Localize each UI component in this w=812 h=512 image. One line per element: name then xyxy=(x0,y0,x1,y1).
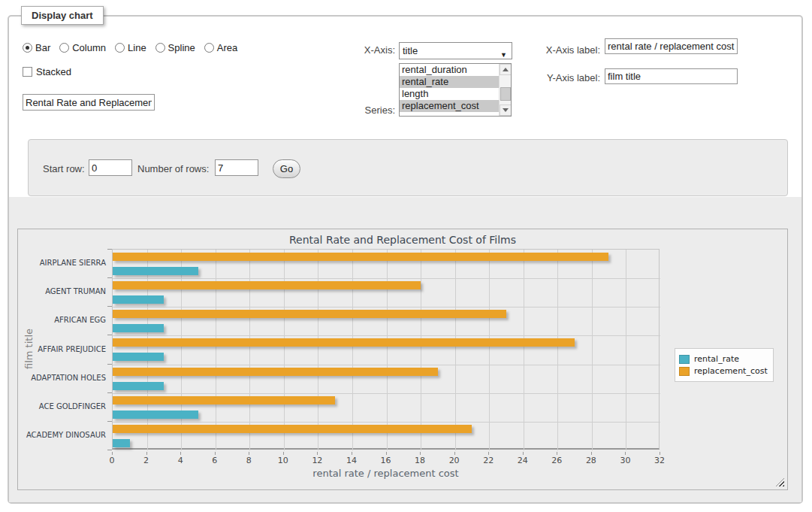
x-axis-tick-label: 0 xyxy=(110,456,115,465)
x-axis-label-input[interactable] xyxy=(605,38,738,54)
x-axis-tick-label: 28 xyxy=(586,456,596,465)
bar-replacement-cost[interactable] xyxy=(113,338,575,347)
series-listbox-scrollbar[interactable] xyxy=(499,64,511,116)
x-axis-tick xyxy=(557,452,557,455)
bar-rental-rate[interactable] xyxy=(113,411,198,419)
gridline-vertical xyxy=(592,250,593,450)
bar-rental-rate[interactable] xyxy=(113,382,164,390)
y-axis-tick xyxy=(107,335,112,335)
series-select-label: Series: xyxy=(320,105,395,116)
x-axis-tick xyxy=(591,452,592,455)
category-label: AFRICAN EGG xyxy=(18,316,106,324)
gridline-horizontal xyxy=(113,278,660,279)
y-axis-tick xyxy=(107,277,112,278)
chart-legend: rental_ratereplacement_cost xyxy=(675,348,774,382)
radio-label-column: Column xyxy=(72,42,106,53)
gridline-vertical xyxy=(421,250,421,450)
radio-option-spline[interactable]: Spline xyxy=(155,42,195,53)
category-label: ACADEMY DINOSAUR xyxy=(18,431,106,439)
legend-entry: replacement_cost xyxy=(679,366,768,376)
x-axis-tick xyxy=(523,452,524,455)
x-axis-tick-label: 30 xyxy=(620,456,630,465)
stacked-checkbox[interactable] xyxy=(23,67,32,77)
go-button[interactable]: Go xyxy=(273,159,300,178)
series-option-rental_rate[interactable]: rental_rate xyxy=(400,76,499,88)
bar-replacement-cost[interactable] xyxy=(113,253,608,261)
radio-bar-icon[interactable] xyxy=(23,43,32,53)
gridline-horizontal xyxy=(113,365,660,365)
x-axis-tick-label: 4 xyxy=(178,456,183,465)
x-axis-tick-label: 8 xyxy=(246,456,252,465)
y-axis-tick xyxy=(107,364,112,365)
radio-option-column[interactable]: Column xyxy=(59,42,106,53)
resize-handle-icon[interactable] xyxy=(776,478,784,486)
x-axis-tick-label: 14 xyxy=(346,456,357,465)
stacked-option[interactable]: Stacked xyxy=(23,66,71,77)
radio-option-line[interactable]: Line xyxy=(115,42,146,53)
x-axis-select-label: X-Axis: xyxy=(320,44,395,56)
category-label: AIRPLANE SIERRA xyxy=(18,259,106,267)
x-axis-tick xyxy=(660,452,660,455)
series-option-length[interactable]: length xyxy=(400,88,499,100)
series-option-rental_duration[interactable]: rental_duration xyxy=(400,64,499,76)
radio-column-icon[interactable] xyxy=(59,43,69,53)
series-listbox-items: rental_durationrental_ratelengthreplacem… xyxy=(400,64,511,112)
y-axis-tick xyxy=(107,306,112,307)
x-axis-tick-label: 22 xyxy=(483,456,494,465)
gridline-vertical xyxy=(249,250,250,450)
chart-plot-area xyxy=(112,249,660,450)
series-option-replacement_cost[interactable]: replacement_cost xyxy=(400,100,499,112)
x-axis-tick xyxy=(317,452,318,455)
x-axis-tick xyxy=(386,452,387,455)
bar-rental-rate[interactable] xyxy=(113,353,164,361)
bar-replacement-cost[interactable] xyxy=(113,368,438,376)
radio-label-area: Area xyxy=(217,42,237,53)
x-axis-tick-label: 2 xyxy=(143,456,149,465)
chart-container: Rental Rate and Replacement Cost of Film… xyxy=(17,229,788,490)
x-axis-tick xyxy=(420,452,421,455)
number-of-rows-input[interactable] xyxy=(215,159,258,176)
radio-option-bar[interactable]: Bar xyxy=(23,42,50,53)
x-axis-tick xyxy=(215,452,216,455)
bar-rental-rate[interactable] xyxy=(113,324,164,332)
series-listbox[interactable]: rental_durationrental_ratelengthreplacem… xyxy=(399,63,512,117)
x-axis-tick xyxy=(454,452,455,455)
bar-replacement-cost[interactable] xyxy=(113,396,335,404)
gridline-vertical xyxy=(318,250,318,450)
bar-replacement-cost[interactable] xyxy=(113,425,472,433)
scroll-up-icon[interactable] xyxy=(500,64,512,75)
bar-replacement-cost[interactable] xyxy=(113,310,506,318)
gridline-vertical xyxy=(284,250,285,450)
legend-label-rental_rate: rental_rate xyxy=(694,354,739,364)
x-axis-tick xyxy=(283,452,284,455)
x-axis-label-label: X-Axis label: xyxy=(525,44,600,56)
x-axis-tick-label: 26 xyxy=(551,456,562,465)
bar-rental-rate[interactable] xyxy=(113,267,198,275)
radio-option-area[interactable]: Area xyxy=(204,42,237,53)
y-axis-label-input[interactable] xyxy=(605,68,738,84)
panel-title: Display chart xyxy=(21,6,104,25)
scroll-down-icon[interactable] xyxy=(500,105,512,116)
y-axis-tick xyxy=(107,421,112,422)
radio-spline-icon[interactable] xyxy=(155,43,165,53)
chart-title-input[interactable] xyxy=(23,94,155,111)
gridline-vertical xyxy=(181,250,182,450)
x-axis-tick-label: 6 xyxy=(212,456,217,465)
y-axis-tick xyxy=(107,450,112,450)
gridline-horizontal xyxy=(113,335,660,336)
legend-label-replacement_cost: replacement_cost xyxy=(694,366,768,376)
bar-rental-rate[interactable] xyxy=(113,439,130,447)
start-row-input[interactable] xyxy=(89,159,132,176)
chevron-down-icon: ▼ xyxy=(500,47,507,63)
radio-area-icon[interactable] xyxy=(204,43,214,53)
x-axis-tick xyxy=(146,452,147,455)
scrollbar-thumb[interactable] xyxy=(500,87,511,101)
x-axis-tick xyxy=(112,452,113,455)
bar-rental-rate[interactable] xyxy=(113,295,164,304)
x-axis-tick-label: 10 xyxy=(278,456,288,465)
x-axis-select[interactable]: title ▼ xyxy=(399,42,512,59)
bar-replacement-cost[interactable] xyxy=(113,281,421,289)
x-axis-tick xyxy=(488,452,489,455)
radio-line-icon[interactable] xyxy=(115,43,125,53)
gridline-vertical xyxy=(216,250,216,450)
